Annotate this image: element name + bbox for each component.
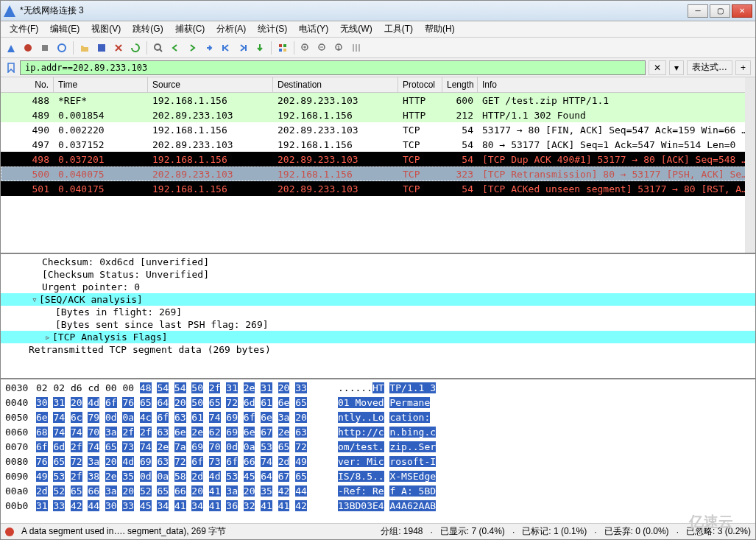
status-dropped: 已丢弃: 0 (0.0%) (604, 525, 669, 538)
svg-rect-1 (42, 45, 48, 51)
menu-stats[interactable]: 统计(S) (252, 21, 293, 37)
packet-row[interactable]: 5010.040175192.168.1.156202.89.233.103TC… (1, 181, 755, 196)
menu-file[interactable]: 文件(F) (4, 21, 44, 37)
detail-line[interactable]: Retransmitted TCP segment data (269 byte… (1, 343, 755, 356)
statusbar: A data segment used in…. segment_data), … (1, 523, 755, 539)
status-groups: 分组: 1948 (381, 525, 423, 538)
detail-line[interactable]: ▹[TCP Analysis Flags] (1, 331, 755, 343)
menu-analyze[interactable]: 分析(A) (211, 21, 252, 37)
vertical-scrollbar[interactable] (745, 77, 755, 253)
packet-row[interactable]: 4890.001854202.89.233.103192.168.1.156HT… (1, 108, 755, 122)
display-filter-input[interactable] (20, 60, 646, 75)
packet-row[interactable]: 488*REF*192.168.1.156202.89.233.103HTTP6… (1, 93, 755, 108)
packet-row[interactable]: 4900.002220192.168.1.156202.89.233.103TC… (1, 122, 755, 137)
packet-bytes-pane[interactable]: 003002 02 d6 cd 00 00 48 54 54 50 2f 31 … (1, 379, 755, 523)
expert-info-icon[interactable] (5, 527, 14, 536)
open-file-icon[interactable] (77, 41, 92, 55)
close-file-icon[interactable] (111, 41, 126, 55)
packet-details-pane[interactable]: Checksum: 0xd6cd [unverified][Checksum S… (1, 254, 755, 379)
close-button[interactable]: ✕ (732, 4, 752, 18)
svg-point-2 (58, 44, 66, 52)
maximize-button[interactable]: ▢ (710, 4, 730, 18)
svg-rect-3 (98, 44, 105, 52)
save-file-icon[interactable] (94, 41, 109, 55)
go-last-icon[interactable] (236, 41, 250, 55)
hex-row[interactable]: 003002 02 d6 cd 00 00 48 54 54 50 2f 31 … (5, 381, 751, 396)
status-marked: 已标记: 1 (0.1%) (522, 525, 587, 538)
hex-row[interactable]: 00b031 33 42 44 30 33 45 34 41 34 41 36 … (5, 499, 751, 513)
hex-row[interactable]: 00a02d 52 65 66 3a 20 52 65 66 20 41 3a … (5, 484, 751, 499)
menubar: 文件(F) 编辑(E) 视图(V) 跳转(G) 捕获(C) 分析(A) 统计(S… (1, 21, 755, 38)
menu-view[interactable]: 视图(V) (85, 21, 127, 37)
hex-row[interactable]: 009049 53 2f 38 2e 35 0d 0a 58 2d 4d 53 … (5, 469, 751, 484)
find-icon[interactable] (151, 41, 166, 55)
go-forward-icon[interactable] (185, 41, 199, 55)
zoom-reset-icon[interactable]: 1 (332, 41, 347, 55)
svg-point-0 (24, 44, 32, 52)
detail-line[interactable]: [Checksum Status: Unverified] (1, 268, 755, 281)
svg-rect-7 (283, 44, 286, 47)
col-header-destination[interactable]: Destination (273, 77, 398, 92)
app-window: *无线网络连接 3 ─ ▢ ✕ 文件(F) 编辑(E) 视图(V) 跳转(G) … (0, 0, 756, 540)
restart-capture-icon[interactable] (38, 41, 52, 55)
minimize-button[interactable]: ─ (688, 4, 708, 18)
packet-list-pane[interactable]: No. Time Source Destination Protocol Len… (1, 77, 755, 254)
hex-row[interactable]: 004030 31 20 4d 6f 76 65 64 20 50 65 72 … (5, 396, 751, 410)
app-icon (4, 5, 15, 17)
detail-line[interactable]: [Bytes in flight: 269] (1, 306, 755, 318)
packet-row[interactable]: 4980.037201192.168.1.156202.89.233.103TC… (1, 152, 755, 166)
menu-tools[interactable]: 工具(T) (378, 21, 419, 37)
resize-columns-icon[interactable] (349, 41, 364, 55)
watermark: 亿速云 (689, 512, 733, 532)
hex-row[interactable]: 00506e 74 6c 79 0d 0a 4c 6f 63 61 74 69 … (5, 410, 751, 425)
menu-wireless[interactable]: 无线(W) (334, 21, 378, 37)
col-header-no[interactable]: No. (1, 77, 54, 92)
detail-line[interactable]: ▿[SEQ/ACK analysis] (1, 293, 755, 306)
filter-toolbar: ✕ ▾ 表达式… + (1, 58, 755, 77)
status-sep: · (512, 527, 515, 537)
clear-filter-button[interactable]: ✕ (649, 60, 666, 75)
colorize-icon[interactable] (275, 41, 290, 55)
window-title: *无线网络连接 3 (20, 4, 688, 17)
go-back-icon[interactable] (168, 41, 183, 55)
menu-edit[interactable]: 编辑(E) (44, 21, 85, 37)
bookmark-icon[interactable] (5, 62, 17, 74)
svg-text:1: 1 (337, 45, 340, 50)
menu-help[interactable]: 帮助(H) (419, 21, 461, 37)
hex-row[interactable]: 008076 65 72 3a 20 4d 69 63 72 6f 73 6f … (5, 455, 751, 469)
titlebar: *无线网络连接 3 ─ ▢ ✕ (1, 1, 755, 21)
hex-row[interactable]: 00706f 6d 2f 74 65 73 74 2e 7a 69 70 0d … (5, 440, 751, 455)
go-first-icon[interactable] (219, 41, 233, 55)
hex-row[interactable]: 006068 74 74 70 3a 2f 2f 63 6e 2e 62 69 … (5, 425, 751, 440)
detail-line[interactable]: Checksum: 0xd6cd [unverified] (1, 256, 755, 268)
packet-row[interactable]: 5000.040075202.89.233.103192.168.1.156TC… (1, 166, 755, 181)
svg-rect-8 (279, 49, 282, 52)
add-filter-button[interactable]: + (735, 60, 751, 75)
capture-options-icon[interactable] (54, 41, 69, 55)
col-header-time[interactable]: Time (54, 77, 148, 92)
reload-icon[interactable] (128, 41, 143, 55)
go-to-packet-icon[interactable] (202, 41, 216, 55)
start-capture-icon[interactable] (4, 41, 18, 55)
detail-line[interactable]: [Bytes sent since last PSH flag: 269] (1, 318, 755, 331)
expression-button[interactable]: 表达式… (687, 60, 732, 75)
detail-line[interactable]: Urgent pointer: 0 (1, 281, 755, 293)
col-header-protocol[interactable]: Protocol (398, 77, 442, 92)
zoom-out-icon[interactable] (315, 41, 330, 55)
zoom-in-icon[interactable] (298, 41, 313, 55)
col-header-source[interactable]: Source (148, 77, 273, 92)
col-header-info[interactable]: Info (478, 77, 755, 92)
menu-capture[interactable]: 捕获(C) (169, 21, 211, 37)
menu-telephony[interactable]: 电话(Y) (293, 21, 334, 37)
stop-capture-icon[interactable] (21, 41, 35, 55)
menu-go[interactable]: 跳转(G) (127, 21, 169, 37)
apply-filter-button[interactable]: ▾ (669, 60, 684, 75)
auto-scroll-icon[interactable] (252, 41, 267, 55)
col-header-length[interactable]: Length (442, 77, 478, 92)
svg-point-4 (155, 44, 160, 50)
status-sep: · (676, 527, 679, 537)
svg-rect-9 (283, 49, 286, 52)
svg-line-5 (160, 49, 162, 52)
packet-row[interactable]: 4970.037152202.89.233.103192.168.1.156TC… (1, 137, 755, 152)
svg-rect-6 (279, 44, 282, 47)
